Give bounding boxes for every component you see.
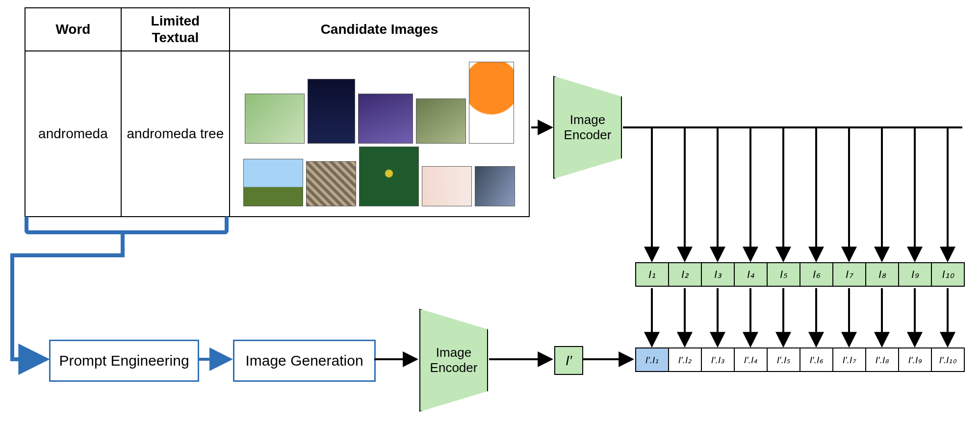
- embedding-cell: I₉: [898, 262, 932, 287]
- candidate-image-9: [422, 166, 472, 206]
- prompt-engineering-label: Prompt Engineering: [59, 352, 189, 369]
- prompt-engineering-box: Prompt Engineering: [49, 340, 199, 382]
- embedding-row: I₁ I₂ I₃ I₄ I₅ I₆ I₇ I₈ I₉ I₁₀: [635, 262, 965, 287]
- image-generation-box: Image Generation: [233, 340, 376, 382]
- embedding-cell: I₇: [832, 262, 866, 287]
- candidate-image-10: [475, 166, 515, 206]
- score-cell: I′.I₇: [832, 347, 866, 372]
- embedding-cell: I₁: [635, 262, 669, 287]
- embedding-cell: I₈: [865, 262, 899, 287]
- image-encoder-bottom-label: Image Encoder: [424, 345, 483, 375]
- embedding-cell: I₄: [734, 262, 768, 287]
- score-cell: I′.I₁₀: [931, 347, 965, 372]
- i-prime-label: I′: [566, 353, 572, 369]
- score-row: I′.I₁ I′.I₂ I′.I₃ I′.I₄ I′.I₅ I′.I₆ I′.I…: [635, 347, 965, 372]
- td-word: andromeda: [25, 51, 121, 217]
- input-table: Word Limited Textual Candidate Images an…: [25, 7, 530, 217]
- candidate-image-7: [306, 161, 356, 206]
- embedding-cell: I₃: [701, 262, 735, 287]
- candidate-image-6: [243, 159, 303, 206]
- embedding-cell: I₆: [799, 262, 833, 287]
- candidate-image-5: [469, 62, 514, 144]
- score-cell: I′.I₅: [767, 347, 800, 372]
- candidate-image-4: [416, 99, 466, 144]
- diagram-canvas: Word Limited Textual Candidate Images an…: [0, 0, 980, 446]
- candidate-image-gallery: [232, 53, 527, 214]
- score-cell: I′.I₃: [701, 347, 735, 372]
- embedding-cell: I₅: [767, 262, 800, 287]
- image-generation-label: Image Generation: [245, 352, 363, 369]
- image-encoder-bottom: Image Encoder: [419, 309, 488, 412]
- candidate-image-2: [308, 79, 355, 144]
- input-text-bracket: [25, 217, 229, 234]
- score-cell: I′.I₂: [668, 347, 702, 372]
- th-word: Word: [25, 8, 121, 51]
- score-cell: I′.I₉: [898, 347, 932, 372]
- td-candidate-images: [230, 51, 529, 217]
- i-prime-embedding: I′: [554, 346, 583, 375]
- th-limited-textual: Limited Textual: [121, 8, 230, 51]
- candidate-image-8: [359, 147, 419, 206]
- candidate-image-3: [358, 94, 413, 144]
- td-limited-textual: andromeda tree: [121, 51, 230, 217]
- score-cell: I′.I₁: [635, 347, 669, 372]
- score-cell: I′.I₄: [734, 347, 768, 372]
- candidate-image-1: [245, 94, 305, 144]
- embedding-cell: I₂: [668, 262, 702, 287]
- image-encoder-top-label: Image Encoder: [558, 112, 617, 143]
- th-candidate-images: Candidate Images: [230, 8, 529, 51]
- score-cell: I′.I₆: [799, 347, 833, 372]
- embedding-cell: I₁₀: [931, 262, 965, 287]
- image-encoder-top: Image Encoder: [553, 76, 622, 179]
- score-cell: I′.I₈: [865, 347, 899, 372]
